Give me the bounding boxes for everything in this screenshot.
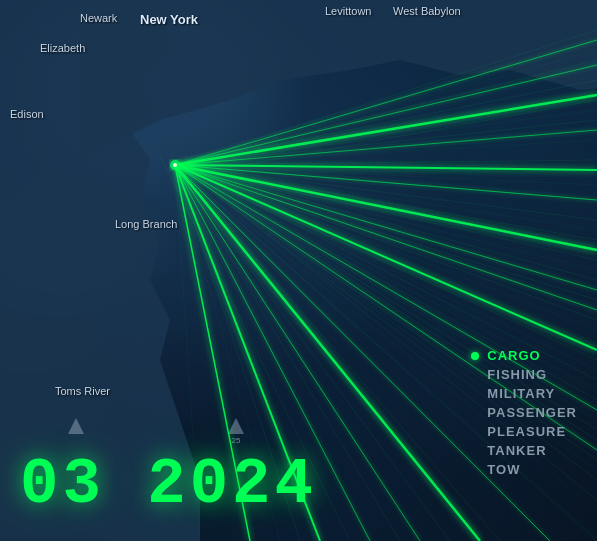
legend-item-passenger: PASSENGER: [471, 405, 577, 420]
svg-line-15: [190, 100, 597, 175]
legend-label-tanker: TANKER: [487, 443, 546, 458]
ship-icon-2: 25: [228, 418, 244, 445]
svg-line-47: [175, 40, 597, 165]
legend-label-passenger: PASSENGER: [487, 405, 577, 420]
legend-label-military: MILITARY: [487, 386, 555, 401]
svg-line-55: [175, 165, 597, 270]
legend-item-pleasure: PLEASURE: [471, 424, 577, 439]
svg-line-2: [175, 160, 597, 165]
svg-line-56: [175, 165, 597, 330]
legend-dot-pleasure: [471, 428, 479, 436]
svg-line-31: [175, 165, 597, 170]
legend-dot-tow: [471, 466, 479, 474]
legend-item-tanker: TANKER: [471, 443, 577, 458]
legend-label-pleasure: PLEASURE: [487, 424, 566, 439]
svg-line-1: [175, 120, 597, 165]
legend-dot-military: [471, 390, 479, 398]
legend-dot-fishing: [471, 371, 479, 379]
svg-line-21: [175, 60, 597, 165]
legend-label-cargo: CARGO: [487, 348, 540, 363]
legend-dot-cargo: [471, 352, 479, 360]
legend: CARGO FISHING MILITARY PASSENGER PLEASUR…: [471, 348, 577, 481]
legend-item-fishing: FISHING: [471, 367, 577, 382]
ship-icon-1: [68, 418, 84, 436]
date-display: 03 2024: [20, 449, 317, 521]
svg-line-46: [175, 65, 597, 165]
legend-item-military: MILITARY: [471, 386, 577, 401]
legend-dot-passenger: [471, 409, 479, 417]
ship-label-2: 25: [228, 436, 244, 445]
svg-line-51: [175, 110, 597, 165]
svg-line-57: [175, 165, 597, 370]
svg-line-22: [175, 30, 597, 165]
legend-item-cargo: CARGO: [471, 348, 577, 363]
legend-item-tow: TOW: [471, 462, 577, 477]
legend-dot-tanker: [471, 447, 479, 455]
legend-label-tow: TOW: [487, 462, 520, 477]
svg-line-30: [175, 95, 597, 165]
legend-label-fishing: FISHING: [487, 367, 547, 382]
svg-line-16: [180, 170, 597, 300]
